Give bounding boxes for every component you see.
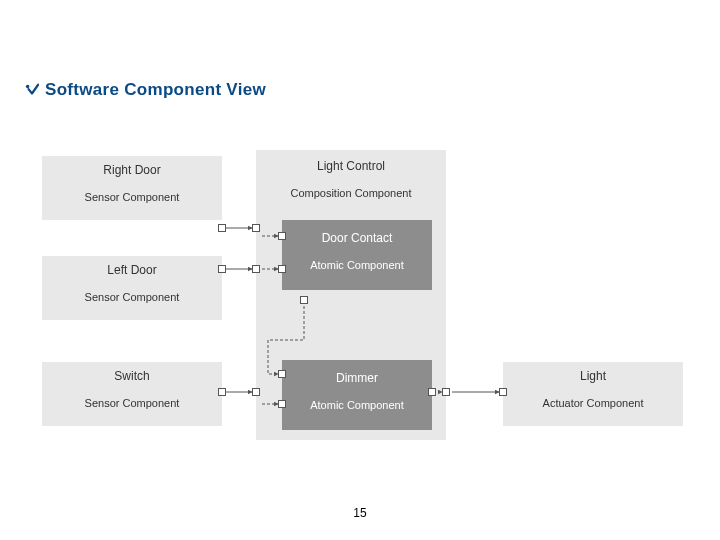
- component-door-contact: Door Contact Atomic Component: [282, 220, 432, 290]
- component-type: Actuator Component: [543, 397, 644, 409]
- port-icon: [252, 265, 260, 273]
- port-icon: [278, 370, 286, 378]
- component-name: Switch: [42, 368, 222, 385]
- port-icon: [278, 400, 286, 408]
- port-icon: [252, 224, 260, 232]
- port-icon: [499, 388, 507, 396]
- component-right-door: Right Door Sensor Component: [42, 156, 222, 220]
- component-name: Right Door: [42, 162, 222, 179]
- port-icon: [252, 388, 260, 396]
- component-switch: Switch Sensor Component: [42, 362, 222, 426]
- component-dimmer: Dimmer Atomic Component: [282, 360, 432, 430]
- component-type: Sensor Component: [85, 397, 180, 409]
- port-icon: [218, 265, 226, 273]
- port-icon: [428, 388, 436, 396]
- component-type: Atomic Component: [310, 259, 404, 271]
- check-bullet-icon: [25, 83, 39, 97]
- component-left-door: Left Door Sensor Component: [42, 256, 222, 320]
- component-type: Sensor Component: [85, 291, 180, 303]
- page-title: Software Component View: [45, 80, 266, 100]
- component-type: Composition Component: [290, 187, 411, 199]
- component-light: Light Actuator Component: [503, 362, 683, 426]
- component-type: Sensor Component: [85, 191, 180, 203]
- component-name: Light Control: [256, 158, 446, 175]
- component-type: Atomic Component: [310, 399, 404, 411]
- component-name: Light: [503, 368, 683, 385]
- port-icon: [278, 265, 286, 273]
- port-icon: [300, 296, 308, 304]
- component-name: Door Contact: [282, 230, 432, 247]
- component-name: Dimmer: [282, 370, 432, 387]
- svg-point-0: [26, 85, 30, 89]
- port-icon: [442, 388, 450, 396]
- title-bar: Software Component View: [25, 80, 266, 100]
- port-icon: [278, 232, 286, 240]
- port-icon: [218, 224, 226, 232]
- page-number: 15: [0, 506, 720, 520]
- component-name: Left Door: [42, 262, 222, 279]
- port-icon: [218, 388, 226, 396]
